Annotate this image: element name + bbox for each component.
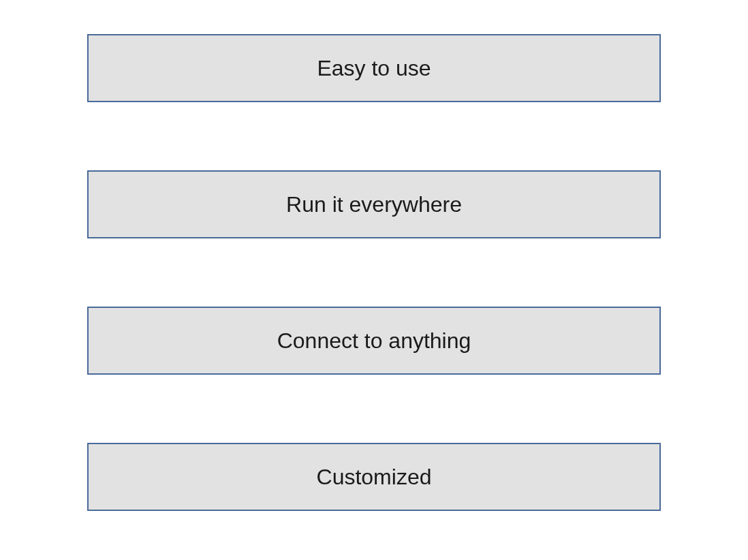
feature-box-label: Run it everywhere <box>286 192 462 217</box>
feature-box-run-everywhere: Run it everywhere <box>87 170 661 238</box>
feature-box-connect-anything: Connect to anything <box>87 307 661 375</box>
feature-box-customized: Customized <box>87 443 661 511</box>
feature-box-easy-to-use: Easy to use <box>87 34 661 102</box>
diagram-container: Easy to use Run it everywhere Connect to… <box>87 34 661 511</box>
feature-box-label: Easy to use <box>317 56 431 81</box>
feature-box-label: Connect to anything <box>277 328 471 354</box>
feature-box-label: Customized <box>317 465 432 490</box>
